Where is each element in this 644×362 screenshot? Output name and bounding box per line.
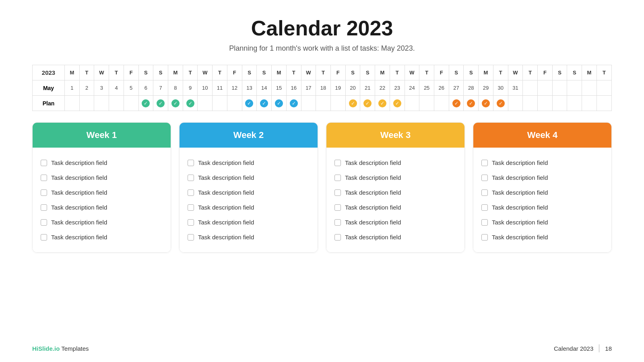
plan-check-10 <box>213 96 227 111</box>
task-checkbox[interactable] <box>334 189 341 196</box>
may-date-23: 24 <box>405 80 419 96</box>
may-date-17: 18 <box>316 80 331 96</box>
task-checkbox[interactable] <box>334 204 341 211</box>
footer: HiSlide.io Templates Calendar 2023 18 <box>32 344 612 352</box>
task-checkbox[interactable] <box>41 160 47 166</box>
header-day-5: S <box>138 65 153 80</box>
plan-check-11 <box>227 96 242 111</box>
task-checkbox[interactable] <box>41 204 47 211</box>
calendar-wrapper: 2023 MTWTFSSMTWTFSSMTWTFSSMTWTFSSMTWTFSS… <box>32 65 612 111</box>
task-item: Task description field <box>334 215 456 229</box>
task-label: Task description field <box>345 234 401 241</box>
task-item: Task description field <box>334 185 456 200</box>
task-checkbox[interactable] <box>41 234 47 241</box>
header-day-35: M <box>582 65 597 80</box>
task-item: Task description field <box>41 171 163 185</box>
task-item: Task description field <box>481 200 603 214</box>
may-date-21: 22 <box>375 80 390 96</box>
may-date-35 <box>582 80 597 96</box>
may-date-33 <box>552 80 567 96</box>
may-date-5: 6 <box>138 80 153 96</box>
task-checkbox[interactable] <box>481 219 488 226</box>
plan-check-21: ✓ <box>375 96 390 111</box>
header-day-15: T <box>286 65 301 80</box>
task-checkbox[interactable] <box>41 189 47 196</box>
may-date-36 <box>597 80 611 96</box>
plan-cell: Plan <box>33 96 65 111</box>
task-item: Task description field <box>41 215 163 229</box>
header-day-18: F <box>330 65 345 80</box>
task-label: Task description field <box>345 174 401 181</box>
may-date-18: 19 <box>330 80 345 96</box>
task-label: Task description field <box>345 159 401 166</box>
task-checkbox[interactable] <box>481 234 488 241</box>
footer-divider <box>599 344 599 352</box>
plan-check-27: ✓ <box>464 96 479 111</box>
header-day-27: S <box>464 65 479 80</box>
week-body-4: Task description fieldTask description f… <box>473 148 611 252</box>
weeks-row: Week 1Task description fieldTask descrip… <box>32 122 612 253</box>
may-date-16: 17 <box>301 80 316 96</box>
week-body-1: Task description fieldTask description f… <box>33 148 171 252</box>
task-checkbox[interactable] <box>188 160 194 166</box>
task-checkbox[interactable] <box>41 175 47 181</box>
task-label: Task description field <box>345 189 401 196</box>
may-date-32 <box>538 80 553 96</box>
task-checkbox[interactable] <box>188 219 194 226</box>
task-item: Task description field <box>481 185 603 200</box>
task-checkbox[interactable] <box>481 175 488 181</box>
task-checkbox[interactable] <box>481 189 488 196</box>
footer-calendar-label: Calendar 2023 <box>554 345 593 352</box>
plan-check-26: ✓ <box>449 96 464 111</box>
task-checkbox[interactable] <box>188 234 194 241</box>
year-cell: 2023 <box>33 65 65 80</box>
task-item: Task description field <box>334 230 456 244</box>
task-checkbox[interactable] <box>188 204 194 211</box>
may-date-24: 25 <box>419 80 434 96</box>
task-item: Task description field <box>481 156 603 170</box>
task-label: Task description field <box>492 219 548 226</box>
task-item: Task description field <box>188 230 310 244</box>
header-day-25: F <box>434 65 449 80</box>
task-checkbox[interactable] <box>41 219 47 226</box>
header-day-32: F <box>538 65 553 80</box>
task-label: Task description field <box>51 159 107 166</box>
task-item: Task description field <box>334 171 456 185</box>
task-label: Task description field <box>51 189 107 196</box>
task-checkbox[interactable] <box>334 219 341 226</box>
task-checkbox[interactable] <box>334 175 341 181</box>
month-cell: May <box>33 80 65 96</box>
plan-check-8: ✓ <box>183 96 198 111</box>
task-label: Task description field <box>51 219 107 226</box>
task-checkbox[interactable] <box>334 234 341 241</box>
may-date-2: 3 <box>94 80 109 96</box>
week-card-2: Week 2Task description fieldTask descrip… <box>179 122 318 253</box>
footer-right: Calendar 2023 18 <box>554 344 612 352</box>
task-label: Task description field <box>51 174 107 181</box>
header-day-6: S <box>153 65 168 80</box>
header-day-33: S <box>552 65 567 80</box>
task-checkbox[interactable] <box>481 160 488 166</box>
task-label: Task description field <box>345 204 401 211</box>
may-date-8: 9 <box>183 80 198 96</box>
plan-check-17 <box>316 96 331 111</box>
plan-check-18 <box>330 96 345 111</box>
header-day-34: S <box>567 65 582 80</box>
task-checkbox[interactable] <box>188 189 194 196</box>
task-checkbox[interactable] <box>334 160 341 166</box>
plan-check-19: ✓ <box>345 96 360 111</box>
week-body-2: Task description fieldTask description f… <box>180 148 318 252</box>
may-date-25: 26 <box>434 80 449 96</box>
brand-link[interactable]: HiSlide.io <box>32 345 60 352</box>
task-checkbox[interactable] <box>188 175 194 181</box>
week-card-4: Week 4Task description fieldTask descrip… <box>473 122 612 253</box>
plan-check-30 <box>508 96 523 111</box>
week-card-3: Week 3Task description fieldTask descrip… <box>326 122 465 253</box>
task-label: Task description field <box>198 219 254 226</box>
may-date-7: 8 <box>168 80 183 96</box>
header-day-16: W <box>301 65 316 80</box>
task-item: Task description field <box>41 230 163 244</box>
task-label: Task description field <box>198 174 254 181</box>
task-checkbox[interactable] <box>481 204 488 211</box>
week-header-3: Week 3 <box>326 123 464 148</box>
